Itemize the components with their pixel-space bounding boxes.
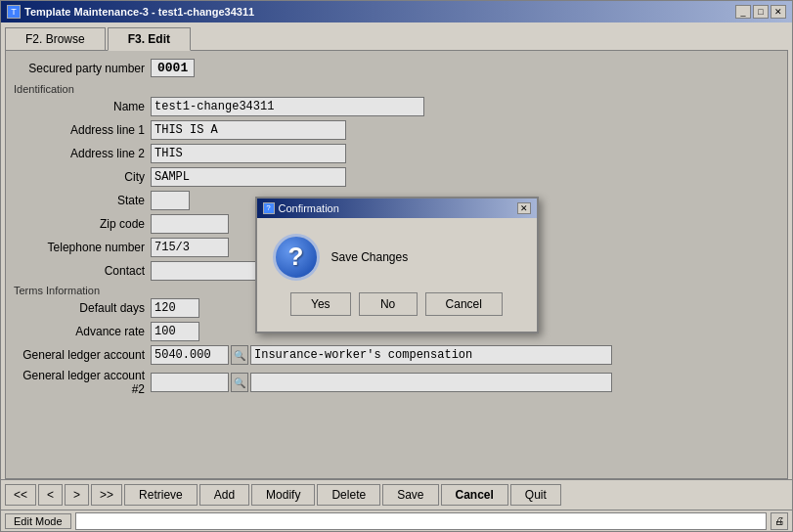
- close-button[interactable]: ✕: [771, 5, 786, 19]
- modal-buttons: Yes No Cancel: [273, 292, 521, 316]
- minimize-button[interactable]: _: [735, 5, 751, 19]
- first-button[interactable]: <<: [5, 484, 36, 506]
- content-area: Secured party number 0001 Identification…: [5, 50, 788, 479]
- next-button[interactable]: >: [65, 484, 89, 506]
- printer-icon[interactable]: 🖨: [771, 512, 788, 530]
- tab-f3-edit[interactable]: F3. Edit: [108, 27, 191, 51]
- yes-button[interactable]: Yes: [290, 292, 351, 316]
- retrieve-button[interactable]: Retrieve: [124, 484, 198, 506]
- question-icon: ?: [273, 234, 320, 281]
- modal-message: Save Changes: [331, 250, 409, 264]
- maximize-button[interactable]: □: [753, 5, 769, 19]
- tab-f2-browse[interactable]: F2. Browse: [5, 27, 106, 51]
- modal-title-bar: ? Confirmation ✕: [257, 199, 537, 218]
- quit-button[interactable]: Quit: [510, 484, 561, 506]
- modal-body: ? Save Changes Yes No Cancel: [257, 218, 537, 332]
- title-controls: _ □ ✕: [735, 5, 786, 19]
- prev-button[interactable]: <: [38, 484, 63, 506]
- window-icon: T: [7, 5, 21, 19]
- modal-icon: ?: [263, 202, 275, 214]
- modal-title: Confirmation: [279, 202, 517, 214]
- modal-overlay: ? Confirmation ✕ ? Save Changes Yes No C…: [6, 51, 787, 478]
- add-button[interactable]: Add: [199, 484, 249, 506]
- tab-bar: F2. Browse F3. Edit: [1, 22, 792, 50]
- confirmation-dialog: ? Confirmation ✕ ? Save Changes Yes No C…: [255, 197, 539, 333]
- window-title: Template Maintenance-3 - test1-change343…: [24, 6, 254, 18]
- cancel-button[interactable]: Cancel: [425, 292, 503, 316]
- title-bar: T Template Maintenance-3 - test1-change3…: [1, 1, 792, 22]
- title-bar-left: T Template Maintenance-3 - test1-change3…: [7, 5, 254, 19]
- save-button[interactable]: Save: [382, 484, 438, 506]
- delete-button[interactable]: Delete: [317, 484, 380, 506]
- modal-close-button[interactable]: ✕: [517, 202, 531, 214]
- status-text: [75, 512, 767, 530]
- modal-icon-area: ? Save Changes: [273, 234, 521, 281]
- last-button[interactable]: >>: [91, 484, 122, 506]
- no-button[interactable]: No: [359, 292, 418, 316]
- status-bar: Edit Mode 🖨: [1, 510, 792, 531]
- cancel-footer-button[interactable]: Cancel: [441, 484, 508, 506]
- footer-bar: << < > >> Retrieve Add Modify Delete Sav…: [1, 479, 792, 510]
- edit-mode-label: Edit Mode: [5, 513, 71, 529]
- modify-button[interactable]: Modify: [251, 484, 315, 506]
- main-window: T Template Maintenance-3 - test1-change3…: [0, 0, 793, 532]
